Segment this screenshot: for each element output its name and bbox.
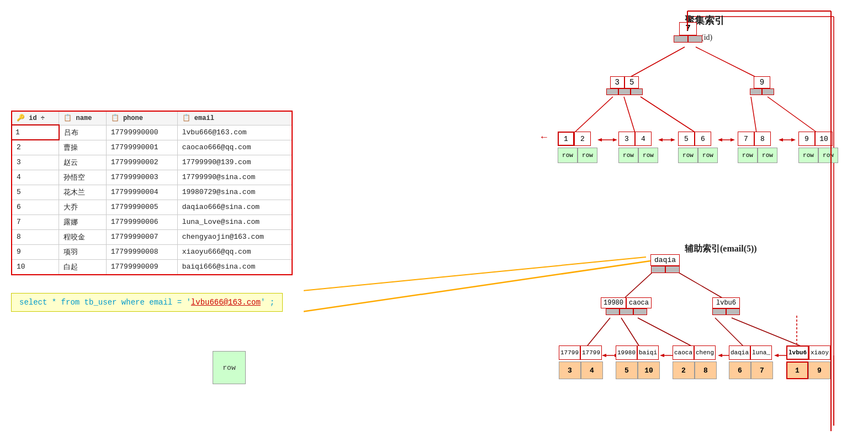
clustered-sublabel-text: (id) xyxy=(701,33,712,41)
table-cell-name: 花木兰 xyxy=(59,185,106,200)
table-cell-name: 程咬金 xyxy=(59,229,106,244)
node-9: 9 xyxy=(750,76,774,95)
table-cell-id: 7 xyxy=(12,214,59,229)
data-table: 🔑 id ÷ 📋 name 📋 phone 📋 email 1 吕布 17799… xyxy=(11,111,293,275)
sec-leaf-17799-17799: 17799 17799 3 4 xyxy=(559,345,603,379)
svg-line-43 xyxy=(304,261,650,312)
svg-line-23 xyxy=(638,318,696,348)
table-cell-name: 大乔 xyxy=(59,200,106,214)
sec-leaf-19980-baiqi: 19980 baiqi 5 10 xyxy=(616,345,660,379)
svg-line-3 xyxy=(624,97,635,133)
table-cell-phone: 17799990002 xyxy=(106,155,177,170)
sql-underline-value: lvbu666@163.com xyxy=(191,298,261,307)
sec-node-lvbu6: lvbu6 xyxy=(712,297,740,315)
table-cell-email: lvbu666@163.com xyxy=(177,125,292,140)
table-cell-email: 17799990@sina.com xyxy=(177,170,292,185)
svg-line-5 xyxy=(751,97,756,133)
table-cell-email: baiqi666@sina.com xyxy=(177,259,292,275)
sql-text-suffix: ' ; xyxy=(261,298,274,307)
sec-node-19980-caoca: 19980 caoca xyxy=(601,297,652,315)
table-cell-id: 3 xyxy=(12,155,59,170)
leaf-left-arrow: ← xyxy=(541,132,547,143)
table-section: 🔑 id ÷ 📋 name 📋 phone 📋 email 1 吕布 17799… xyxy=(11,111,293,275)
table-cell-email: daqiao666@sina.com xyxy=(177,200,292,214)
col-name-header: 📋 name xyxy=(59,111,106,125)
svg-line-38 xyxy=(304,257,646,312)
svg-marker-14 xyxy=(731,138,735,142)
svg-marker-12 xyxy=(658,138,663,142)
sec-leaf-caoca-cheng: caoca cheng 2 8 xyxy=(673,345,717,379)
secondary-index-label: 辅助索引(email(5)) xyxy=(685,243,757,255)
svg-line-2 xyxy=(574,97,613,133)
table-cell-phone: 17799990000 xyxy=(106,125,177,140)
standalone-row-box: row xyxy=(213,351,246,384)
svg-marker-37 xyxy=(774,354,779,357)
table-cell-email: 19980729@sina.com xyxy=(177,185,292,200)
root-node-7: 7 xyxy=(674,22,702,43)
leaf-9-10: 9 10 row row xyxy=(798,132,838,163)
svg-marker-8 xyxy=(613,138,617,142)
table-cell-id: 2 xyxy=(12,140,59,155)
table-cell-phone: 17799990006 xyxy=(106,214,177,229)
table-cell-id: 4 xyxy=(12,170,59,185)
svg-line-25 xyxy=(732,318,806,348)
table-cell-name: 曹操 xyxy=(59,140,106,155)
leaf-7-8: 7 8 row row xyxy=(738,132,777,163)
table-cell-name: 孙悟空 xyxy=(59,170,106,185)
table-cell-name: 项羽 xyxy=(59,244,106,259)
sql-box: select * from tb_user where email = 'lvb… xyxy=(11,293,283,312)
svg-marker-17 xyxy=(791,138,796,142)
sec-leaf-lvbu6-xiaoy: lvbu6 xiaoy 1 9 xyxy=(786,345,830,379)
svg-line-21 xyxy=(585,318,610,348)
table-cell-email: luna_Love@sina.com xyxy=(177,214,292,229)
svg-line-22 xyxy=(621,318,641,348)
table-cell-name: 吕布 xyxy=(59,125,106,140)
node-3-5: 3 5 xyxy=(606,76,643,95)
table-cell-phone: 17799990001 xyxy=(106,140,177,155)
table-cell-phone: 17799990009 xyxy=(106,259,177,275)
table-cell-name: 赵云 xyxy=(59,155,106,170)
svg-line-4 xyxy=(641,97,696,133)
svg-marker-15 xyxy=(718,138,722,142)
svg-line-1 xyxy=(696,47,756,77)
svg-marker-34 xyxy=(718,354,722,357)
btree-area: 聚集索引 (id) 7 3 5 9 1 2 xyxy=(304,6,856,440)
svg-marker-18 xyxy=(779,138,783,142)
table-cell-email: 17799990@139.com xyxy=(177,155,292,170)
col-phone-header: 📋 phone xyxy=(106,111,177,125)
svg-line-0 xyxy=(629,47,685,77)
table-cell-id: 1 xyxy=(12,125,59,140)
table-cell-id: 8 xyxy=(12,229,59,244)
standalone-row-label: row xyxy=(223,364,235,372)
sec-leaf-daqia-luna: daqia luna_ 6 7 xyxy=(729,345,773,379)
leaf-1-2: 1 2 row row xyxy=(558,132,597,163)
table-cell-email: xiaoyu666@qq.com xyxy=(177,244,292,259)
svg-marker-11 xyxy=(671,138,675,142)
table-cell-phone: 17799990007 xyxy=(106,229,177,244)
leaf-5-6: 5 6 row row xyxy=(678,132,718,163)
table-cell-phone: 17799990008 xyxy=(106,244,177,259)
table-cell-phone: 17799990005 xyxy=(106,200,177,214)
svg-marker-9 xyxy=(597,138,602,142)
sql-text-prefix: select * from tb_user where email = ' xyxy=(19,298,191,307)
svg-marker-31 xyxy=(660,354,664,357)
svg-line-6 xyxy=(768,97,817,133)
root-value: 7 xyxy=(679,22,697,35)
table-cell-id: 10 xyxy=(12,259,59,275)
table-cell-email: chengyaojin@163.com xyxy=(177,229,292,244)
table-cell-id: 5 xyxy=(12,185,59,200)
svg-line-24 xyxy=(715,318,745,348)
table-cell-email: caocao666@qq.com xyxy=(177,140,292,155)
table-cell-phone: 17799990003 xyxy=(106,170,177,185)
secondary-label-text: 辅助索引(email(5)) xyxy=(685,244,757,253)
leaf-3-4: 3 4 row row xyxy=(618,132,658,163)
col-email-header: 📋 email xyxy=(177,111,292,125)
table-cell-name: 露娜 xyxy=(59,214,106,229)
table-cell-phone: 17799990004 xyxy=(106,185,177,200)
col-id-header: 🔑 id ÷ xyxy=(12,111,59,125)
table-cell-id: 9 xyxy=(12,244,59,259)
sec-root-daqia: daqia xyxy=(650,254,680,273)
table-cell-name: 白起 xyxy=(59,259,106,275)
table-cell-id: 6 xyxy=(12,200,59,214)
clustered-sublabel: (id) xyxy=(701,33,712,42)
